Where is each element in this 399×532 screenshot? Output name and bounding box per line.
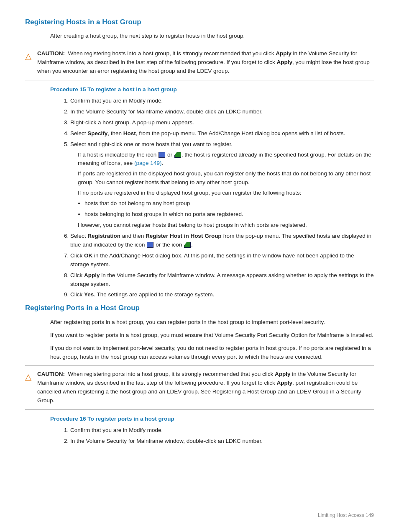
section-title-ports: Registering Ports in a Host Group — [25, 303, 374, 314]
caution-icon-hosts: △ — [25, 50, 31, 63]
icon-edit-1 — [184, 242, 191, 248]
caution-label-ports: CAUTION: — [37, 371, 65, 377]
section-registering-ports: Registering Ports in a Host Group After … — [25, 303, 374, 445]
proc15-step2: In the Volume Security for Mainframe win… — [70, 108, 374, 116]
proc15-step4: Select Specify, then Host, from the pop-… — [70, 129, 374, 138]
caution-apply-ports-bold2: Apply — [277, 380, 293, 386]
page-link-149[interactable]: (page 149) — [134, 160, 161, 166]
proc15-step5-note4: However, you cannot register hosts that … — [78, 221, 374, 230]
proc16-step1: Confirm that you are in Modify mode. — [70, 426, 374, 435]
section-intro-ports-2: If you want to register ports in a host … — [50, 331, 374, 340]
section-intro-hosts: After creating a host group, the next st… — [50, 32, 374, 41]
icon-host-registered — [159, 152, 165, 158]
section-intro-ports-3: If you do not want to implement port-lev… — [50, 344, 374, 362]
caution-icon-ports: △ — [25, 370, 31, 383]
proc16-title: Procedure 16 To register ports in a host… — [50, 415, 374, 424]
proc15-step7: Click OK in the Add/Change Host dialog b… — [70, 252, 374, 269]
proc15-step6: Select Registration and then Register Ho… — [70, 232, 374, 249]
page-footer: Limiting Host Access 149 — [318, 511, 374, 519]
caution-block-hosts: △ CAUTION: When registering hosts into a… — [25, 45, 374, 80]
section-registering-hosts: Registering Hosts in a Host Group After … — [25, 17, 374, 299]
caution-text-hosts: CAUTION: When registering hosts into a h… — [37, 49, 370, 76]
proc15-title: Procedure 15 To register a host in a hos… — [50, 85, 374, 94]
caution-text-ports: CAUTION: When registering ports into a h… — [37, 370, 370, 405]
caution-label-hosts: CAUTION: — [37, 50, 65, 57]
icon-blue-1 — [147, 242, 153, 248]
proc15-step5-bullets: hosts that do not belong to any host gro… — [84, 199, 374, 219]
section-title-hosts: Registering Hosts in a Host Group — [25, 17, 374, 28]
caution-block-ports: △ CAUTION: When registering ports into a… — [25, 365, 374, 410]
section-intro-ports-1: After registering ports in a host group,… — [50, 318, 374, 327]
proc15-step5: Select and right-click one or more hosts… — [70, 140, 374, 230]
icon-host-edit — [174, 152, 181, 158]
proc15-step1: Confirm that you are in Modify mode. — [70, 97, 374, 105]
proc15-step3: Right-click a host group. A pop-up menu … — [70, 118, 374, 127]
caution-apply-bold2: Apply — [277, 59, 293, 65]
proc15-step5-note1: If a host is indicated by the icon or , … — [78, 151, 374, 168]
proc15-bullet2: hosts belonging to host groups in which … — [84, 210, 374, 219]
proc15-step8: Click Apply in the Volume Security for M… — [70, 271, 374, 289]
proc15-step5-note2: If ports are registered in the displayed… — [78, 170, 374, 187]
proc16-steps: Confirm that you are in Modify mode. In … — [63, 426, 374, 446]
caution-apply-bold: Apply — [276, 50, 292, 57]
proc15-step5-note3: If no ports are registered in the displa… — [78, 189, 374, 219]
caution-apply-ports-bold: Apply — [275, 371, 291, 377]
proc16-step2: In the Volume Security for Mainframe win… — [70, 437, 374, 446]
proc15-step9: Click Yes. The settings are applied to t… — [70, 290, 374, 299]
proc15-steps: Confirm that you are in Modify mode. In … — [63, 97, 374, 299]
proc15-bullet1: hosts that do not belong to any host gro… — [84, 199, 374, 208]
